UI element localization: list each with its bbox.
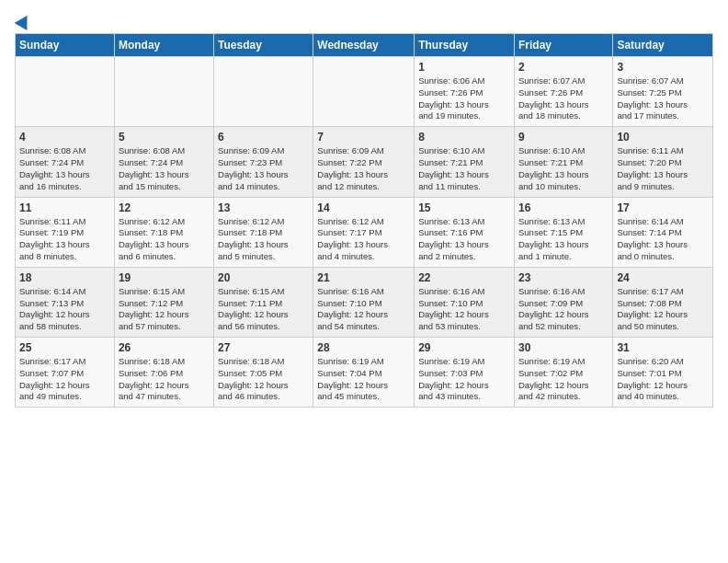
- calendar-cell: 25Sunrise: 6:17 AM Sunset: 7:07 PM Dayli…: [16, 338, 115, 408]
- calendar-cell: 12Sunrise: 6:12 AM Sunset: 7:18 PM Dayli…: [114, 197, 213, 267]
- day-number: 15: [418, 201, 510, 214]
- calendar-cell: 29Sunrise: 6:19 AM Sunset: 7:03 PM Dayli…: [415, 338, 515, 408]
- day-number: 8: [418, 131, 510, 144]
- cell-content: Sunrise: 6:08 AM Sunset: 7:24 PM Dayligh…: [119, 145, 210, 192]
- calendar-cell: 22Sunrise: 6:16 AM Sunset: 7:10 PM Dayli…: [415, 267, 515, 337]
- day-number: 1: [418, 61, 510, 74]
- cell-content: Sunrise: 6:20 AM Sunset: 7:01 PM Dayligh…: [617, 356, 709, 403]
- day-number: 13: [218, 201, 309, 214]
- cell-content: Sunrise: 6:13 AM Sunset: 7:15 PM Dayligh…: [518, 216, 609, 263]
- header-saturday: Saturday: [613, 34, 713, 57]
- cell-content: Sunrise: 6:19 AM Sunset: 7:04 PM Dayligh…: [317, 356, 410, 403]
- calendar-cell: 21Sunrise: 6:16 AM Sunset: 7:10 PM Dayli…: [313, 267, 415, 337]
- calendar-cell: 10Sunrise: 6:11 AM Sunset: 7:20 PM Dayli…: [613, 127, 713, 197]
- day-number: 4: [19, 131, 110, 144]
- calendar-cell: [16, 57, 115, 127]
- calendar-week-2: 4Sunrise: 6:08 AM Sunset: 7:24 PM Daylig…: [16, 127, 713, 197]
- cell-content: Sunrise: 6:15 AM Sunset: 7:11 PM Dayligh…: [218, 286, 309, 333]
- day-number: 20: [218, 271, 309, 284]
- day-number: 28: [317, 341, 410, 354]
- header-monday: Monday: [114, 34, 213, 57]
- calendar-cell: 30Sunrise: 6:19 AM Sunset: 7:02 PM Dayli…: [514, 338, 612, 408]
- calendar-cell: 16Sunrise: 6:13 AM Sunset: 7:15 PM Dayli…: [514, 197, 612, 267]
- calendar-cell: 18Sunrise: 6:14 AM Sunset: 7:13 PM Dayli…: [16, 267, 115, 337]
- day-number: 3: [617, 61, 709, 74]
- calendar-cell: 6Sunrise: 6:09 AM Sunset: 7:23 PM Daylig…: [214, 127, 313, 197]
- calendar-table: SundayMondayTuesdayWednesdayThursdayFrid…: [15, 33, 713, 408]
- calendar-week-1: 1Sunrise: 6:06 AM Sunset: 7:26 PM Daylig…: [16, 57, 713, 127]
- day-number: 21: [317, 271, 410, 284]
- cell-content: Sunrise: 6:14 AM Sunset: 7:14 PM Dayligh…: [617, 216, 709, 263]
- calendar-cell: 2Sunrise: 6:07 AM Sunset: 7:26 PM Daylig…: [514, 57, 612, 127]
- cell-content: Sunrise: 6:06 AM Sunset: 7:26 PM Dayligh…: [418, 75, 510, 122]
- calendar-cell: 28Sunrise: 6:19 AM Sunset: 7:04 PM Dayli…: [313, 338, 415, 408]
- calendar-cell: 9Sunrise: 6:10 AM Sunset: 7:21 PM Daylig…: [514, 127, 612, 197]
- cell-content: Sunrise: 6:12 AM Sunset: 7:18 PM Dayligh…: [119, 216, 210, 263]
- day-number: 24: [617, 271, 709, 284]
- day-number: 2: [518, 61, 609, 74]
- header-row: SundayMondayTuesdayWednesdayThursdayFrid…: [16, 34, 713, 57]
- calendar-cell: 8Sunrise: 6:10 AM Sunset: 7:21 PM Daylig…: [415, 127, 515, 197]
- cell-content: Sunrise: 6:18 AM Sunset: 7:05 PM Dayligh…: [218, 356, 309, 403]
- day-number: 7: [317, 131, 410, 144]
- calendar-cell: 23Sunrise: 6:16 AM Sunset: 7:09 PM Dayli…: [514, 267, 612, 337]
- header-tuesday: Tuesday: [214, 34, 313, 57]
- day-number: 19: [119, 271, 210, 284]
- day-number: 25: [19, 341, 110, 354]
- day-number: 5: [119, 131, 210, 144]
- cell-content: Sunrise: 6:12 AM Sunset: 7:18 PM Dayligh…: [218, 216, 309, 263]
- day-number: 29: [418, 341, 510, 354]
- calendar-cell: 24Sunrise: 6:17 AM Sunset: 7:08 PM Dayli…: [613, 267, 713, 337]
- cell-content: Sunrise: 6:18 AM Sunset: 7:06 PM Dayligh…: [119, 356, 210, 403]
- day-number: 11: [19, 201, 110, 214]
- cell-content: Sunrise: 6:11 AM Sunset: 7:19 PM Dayligh…: [19, 216, 110, 263]
- day-number: 23: [518, 271, 609, 284]
- logo-triangle-icon: [15, 12, 34, 30]
- header-thursday: Thursday: [415, 34, 515, 57]
- calendar-cell: 19Sunrise: 6:15 AM Sunset: 7:12 PM Dayli…: [114, 267, 213, 337]
- cell-content: Sunrise: 6:12 AM Sunset: 7:17 PM Dayligh…: [317, 216, 410, 263]
- calendar-cell: 15Sunrise: 6:13 AM Sunset: 7:16 PM Dayli…: [415, 197, 515, 267]
- calendar-cell: 17Sunrise: 6:14 AM Sunset: 7:14 PM Dayli…: [613, 197, 713, 267]
- cell-content: Sunrise: 6:17 AM Sunset: 7:08 PM Dayligh…: [617, 286, 709, 333]
- cell-content: Sunrise: 6:19 AM Sunset: 7:02 PM Dayligh…: [518, 356, 609, 403]
- day-number: 18: [19, 271, 110, 284]
- logo: [15, 15, 31, 28]
- calendar-cell: 11Sunrise: 6:11 AM Sunset: 7:19 PM Dayli…: [16, 197, 115, 267]
- calendar-week-3: 11Sunrise: 6:11 AM Sunset: 7:19 PM Dayli…: [16, 197, 713, 267]
- cell-content: Sunrise: 6:19 AM Sunset: 7:03 PM Dayligh…: [418, 356, 510, 403]
- cell-content: Sunrise: 6:10 AM Sunset: 7:21 PM Dayligh…: [418, 145, 510, 192]
- day-number: 6: [218, 131, 309, 144]
- day-number: 22: [418, 271, 510, 284]
- calendar-cell: 13Sunrise: 6:12 AM Sunset: 7:18 PM Dayli…: [214, 197, 313, 267]
- cell-content: Sunrise: 6:13 AM Sunset: 7:16 PM Dayligh…: [418, 216, 510, 263]
- calendar-body: 1Sunrise: 6:06 AM Sunset: 7:26 PM Daylig…: [16, 57, 713, 408]
- day-number: 27: [218, 341, 309, 354]
- day-number: 26: [119, 341, 210, 354]
- calendar-cell: 1Sunrise: 6:06 AM Sunset: 7:26 PM Daylig…: [415, 57, 515, 127]
- calendar-cell: [313, 57, 415, 127]
- day-number: 31: [617, 341, 709, 354]
- cell-content: Sunrise: 6:11 AM Sunset: 7:20 PM Dayligh…: [617, 145, 709, 192]
- day-number: 9: [518, 131, 609, 144]
- cell-content: Sunrise: 6:10 AM Sunset: 7:21 PM Dayligh…: [518, 145, 609, 192]
- header-wednesday: Wednesday: [313, 34, 415, 57]
- cell-content: Sunrise: 6:17 AM Sunset: 7:07 PM Dayligh…: [19, 356, 110, 403]
- cell-content: Sunrise: 6:14 AM Sunset: 7:13 PM Dayligh…: [19, 286, 110, 333]
- header-sunday: Sunday: [16, 34, 115, 57]
- cell-content: Sunrise: 6:07 AM Sunset: 7:26 PM Dayligh…: [518, 75, 609, 122]
- calendar-week-4: 18Sunrise: 6:14 AM Sunset: 7:13 PM Dayli…: [16, 267, 713, 337]
- calendar-cell: 3Sunrise: 6:07 AM Sunset: 7:25 PM Daylig…: [613, 57, 713, 127]
- calendar-cell: 7Sunrise: 6:09 AM Sunset: 7:22 PM Daylig…: [313, 127, 415, 197]
- cell-content: Sunrise: 6:09 AM Sunset: 7:23 PM Dayligh…: [218, 145, 309, 192]
- day-number: 10: [617, 131, 709, 144]
- cell-content: Sunrise: 6:09 AM Sunset: 7:22 PM Dayligh…: [317, 145, 410, 192]
- calendar-week-5: 25Sunrise: 6:17 AM Sunset: 7:07 PM Dayli…: [16, 338, 713, 408]
- header-friday: Friday: [514, 34, 612, 57]
- header-area: [15, 15, 713, 28]
- calendar-cell: 14Sunrise: 6:12 AM Sunset: 7:17 PM Dayli…: [313, 197, 415, 267]
- cell-content: Sunrise: 6:07 AM Sunset: 7:25 PM Dayligh…: [617, 75, 709, 122]
- cell-content: Sunrise: 6:08 AM Sunset: 7:24 PM Dayligh…: [19, 145, 110, 192]
- calendar-cell: 27Sunrise: 6:18 AM Sunset: 7:05 PM Dayli…: [214, 338, 313, 408]
- calendar-cell: [114, 57, 213, 127]
